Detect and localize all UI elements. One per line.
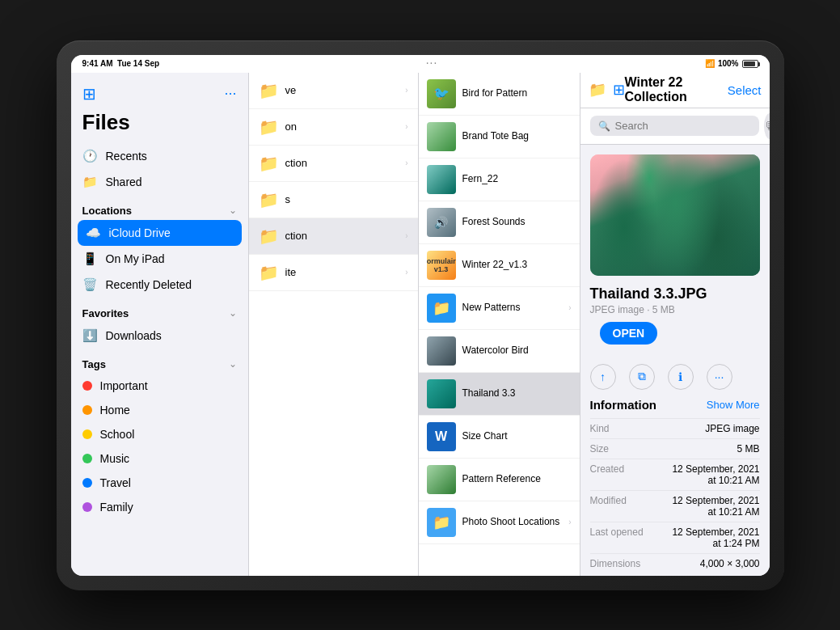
file-name-newpatterns: New Patterns	[462, 302, 563, 315]
file-name-fern: Fern_22	[462, 173, 572, 186]
sidebar-item-tag-music[interactable]: Music	[71, 446, 248, 471]
file-item-fern[interactable]: Fern_22	[419, 159, 580, 201]
file-item-watercolor[interactable]: Watercolor Bird	[419, 330, 580, 373]
file-item-thailand[interactable]: Thailand 3.3	[419, 373, 580, 416]
file-item-patternref[interactable]: Pattern Reference	[419, 459, 580, 501]
photo-locations-chevron-icon: ›	[568, 518, 571, 526]
folder-chevron-icon: ›	[405, 86, 407, 95]
folder-icon: 📁	[259, 81, 279, 100]
folder-item-ction1[interactable]: 📁 ction ›	[249, 146, 418, 182]
file-item-forest[interactable]: 🔊 Forest Sounds	[419, 201, 580, 244]
ipad-icon: 📱	[82, 252, 98, 266]
home-tag-dot	[82, 405, 92, 415]
dimensions-label: Dimensions	[590, 558, 641, 569]
folder-icon: 📁	[259, 117, 279, 137]
folder-icon: 📁	[259, 190, 279, 209]
sidebar-item-on-my-ipad[interactable]: 📱 On My iPad	[71, 246, 248, 272]
favorites-title: Favorites	[82, 307, 129, 319]
microphone-button[interactable]: 🎙	[764, 113, 770, 139]
sidebar-toggle-icon[interactable]: ⊞	[82, 84, 96, 104]
school-tag-dot	[82, 429, 92, 439]
sidebar-item-shared[interactable]: 📁 Shared	[71, 169, 248, 195]
show-more-link[interactable]: Show More	[707, 399, 760, 411]
file-item-sizechart[interactable]: W Size Chart	[419, 416, 580, 459]
info-row-size: Size 5 MB	[590, 438, 760, 459]
music-tag-label: Music	[100, 452, 130, 465]
search-input[interactable]	[615, 120, 751, 132]
wifi-icon: 📶	[705, 59, 715, 68]
select-button[interactable]: Select	[728, 83, 762, 97]
lastopened-label: Last opened	[590, 526, 644, 549]
sidebar-header: ⊞ ···	[71, 81, 248, 110]
file-item-photolocations[interactable]: 📁 Photo Shoot Locations ›	[419, 501, 580, 544]
modified-value: 12 September, 2021 at 10:21 AM	[666, 495, 760, 518]
file-name-watercolor: Watercolor Bird	[462, 345, 572, 357]
size-label: Size	[590, 443, 609, 455]
dimensions-value: 4,000 × 3,000	[700, 558, 760, 569]
sidebar-item-tag-school[interactable]: School	[71, 422, 248, 446]
file-item-bird[interactable]: 🐦 Bird for Pattern	[419, 73, 580, 116]
file-name-patternref: Pattern Reference	[462, 473, 572, 486]
locations-title: Locations	[82, 205, 132, 217]
status-indicators: 📶 100%	[705, 59, 758, 68]
file-name-brand: Brand Tote Bag	[462, 130, 572, 143]
main-content: ⊞ ··· Files 🕐 Recents 📁 Shared Locations…	[71, 73, 770, 576]
battery-icon	[742, 60, 758, 68]
created-label: Created	[590, 463, 625, 486]
sidebar-item-icloud[interactable]: ☁️ iCloud Drive	[78, 220, 242, 246]
preview-image-leaves	[590, 154, 760, 276]
file-thumb-bird: 🐦	[427, 79, 456, 108]
folder-item-ve[interactable]: 📁 ve ›	[249, 73, 418, 109]
sidebar-item-downloads[interactable]: ⬇️ Downloads	[71, 323, 248, 349]
folder-item-ction2[interactable]: 📁 ction ›	[249, 218, 418, 255]
search-bar-container: 🔍 🎙	[580, 108, 770, 145]
detail-panel: 📁 ⊞ Winter 22 Collection Select 🔍 🎙	[580, 73, 770, 576]
file-thumb-sizechart: W	[427, 422, 456, 451]
sidebar-item-tag-home[interactable]: Home	[71, 398, 248, 422]
sidebar-item-tag-travel[interactable]: Travel	[71, 471, 248, 495]
locations-chevron-icon: ⌄	[229, 205, 237, 216]
file-name-winter: Winter 22_v1.3	[462, 259, 572, 272]
lastopened-value: 12 September, 2021 at 1:24 PM	[666, 526, 760, 549]
home-tag-label: Home	[100, 404, 130, 416]
folder-icon-header: 📁 ⊞	[589, 81, 625, 99]
file-item-brand[interactable]: Brand Tote Bag	[419, 116, 580, 159]
folder-icon: 📁	[259, 154, 279, 173]
file-item-winter[interactable]: Formulaire v1.3 Winter 22_v1.3	[419, 244, 580, 287]
kind-label: Kind	[590, 423, 610, 434]
folder-chevron-icon: ›	[405, 159, 407, 167]
file-meta-display: JPEG image · 5 MB	[590, 304, 760, 315]
folder-item-on[interactable]: 📁 on ›	[249, 109, 418, 146]
important-tag-label: Important	[100, 379, 148, 392]
battery-percentage: 100%	[718, 59, 739, 68]
school-tag-label: School	[100, 428, 135, 441]
folder-chevron-icon: ›	[405, 268, 407, 277]
sidebar-item-recents[interactable]: 🕐 Recents	[71, 143, 248, 169]
file-item-newpatterns[interactable]: 📁 New Patterns ›	[419, 287, 580, 330]
folder-item-s[interactable]: 📁 s	[249, 182, 418, 218]
sidebar-item-tag-important[interactable]: Important	[71, 374, 248, 398]
folder-header-icon[interactable]: 📁	[589, 81, 606, 99]
folder-item-ite[interactable]: 📁 ite ›	[249, 255, 418, 291]
folder-icon: 📁	[259, 226, 279, 246]
copy-icon-button[interactable]: ⧉	[629, 364, 655, 390]
recently-deleted-label: Recently Deleted	[106, 278, 192, 291]
folder-icon: 📁	[259, 263, 279, 282]
share-icon-button[interactable]: ↑	[590, 364, 616, 390]
open-button[interactable]: OPEN	[600, 322, 658, 345]
grid-view-icon[interactable]: ⊞	[613, 81, 625, 99]
folder-chevron-icon: ›	[405, 122, 407, 131]
more-options-button[interactable]: ···	[707, 364, 732, 390]
file-name-sizechart: Size Chart	[462, 430, 572, 443]
info-row-modified: Modified 12 September, 2021 at 10:21 AM	[590, 490, 760, 522]
file-name-thailand: Thailand 3.3	[462, 387, 572, 400]
sidebar-more-button[interactable]: ···	[224, 85, 236, 102]
file-list-panel: 🐦 Bird for Pattern Brand Tote Bag Fern_2…	[419, 73, 580, 576]
downloads-label: Downloads	[106, 329, 162, 342]
sidebar-item-tag-family[interactable]: Family	[71, 495, 248, 519]
info-section: Information Show More Kind JPEG image Si…	[580, 398, 770, 573]
file-title-area: Thailand 3.3.JPG JPEG image · 5 MB	[580, 285, 770, 322]
info-icon-button[interactable]: ℹ	[668, 364, 694, 390]
sidebar-item-recently-deleted[interactable]: 🗑️ Recently Deleted	[71, 272, 248, 298]
shared-icon: 📁	[82, 175, 98, 189]
